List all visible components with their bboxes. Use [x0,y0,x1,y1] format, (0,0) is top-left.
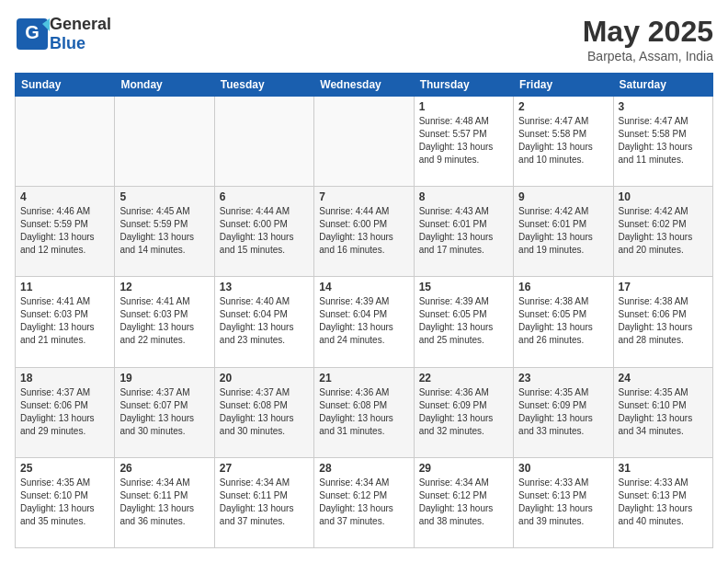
calendar-cell: 29Sunrise: 4:34 AM Sunset: 6:12 PM Dayli… [414,457,513,547]
day-info: Sunrise: 4:34 AM Sunset: 6:11 PM Dayligh… [220,477,309,528]
calendar-cell: 24Sunrise: 4:35 AM Sunset: 6:10 PM Dayli… [613,367,712,457]
page: G General Blue May 2025 Barpeta, Assam, … [0,0,728,563]
day-info: Sunrise: 4:36 AM Sunset: 6:08 PM Dayligh… [319,386,408,438]
day-info: Sunrise: 4:44 AM Sunset: 6:00 PM Dayligh… [319,205,408,257]
calendar-row-5: 25Sunrise: 4:35 AM Sunset: 6:10 PM Dayli… [16,457,713,547]
day-number: 25 [20,462,109,475]
day-number: 24 [619,372,708,385]
day-number: 11 [20,281,109,293]
day-number: 9 [518,190,608,203]
calendar-cell: 2Sunrise: 4:47 AM Sunset: 5:58 PM Daylig… [514,97,613,187]
calendar-cell: 6Sunrise: 4:44 AM Sunset: 6:00 PM Daylig… [214,187,313,277]
day-number: 2 [518,100,608,113]
calendar-cell: 23Sunrise: 4:35 AM Sunset: 6:09 PM Dayli… [514,367,613,457]
calendar-cell: 11Sunrise: 4:41 AM Sunset: 6:03 PM Dayli… [16,277,115,367]
day-number: 5 [119,190,209,203]
col-header-friday: Friday [514,74,613,97]
day-info: Sunrise: 4:39 AM Sunset: 6:04 PM Dayligh… [319,295,408,347]
calendar-cell: 21Sunrise: 4:36 AM Sunset: 6:08 PM Dayli… [314,367,414,457]
logo: G General Blue [15,15,111,53]
calendar-cell: 7Sunrise: 4:44 AM Sunset: 6:00 PM Daylig… [314,187,414,277]
calendar-cell [314,97,414,187]
day-info: Sunrise: 4:35 AM Sunset: 6:10 PM Dayligh… [20,477,109,528]
day-number: 1 [419,100,508,113]
day-info: Sunrise: 4:38 AM Sunset: 6:06 PM Dayligh… [619,295,708,347]
calendar-cell: 13Sunrise: 4:40 AM Sunset: 6:04 PM Dayli… [214,277,313,367]
logo-text: General Blue [50,15,111,53]
day-info: Sunrise: 4:47 AM Sunset: 5:58 PM Dayligh… [619,115,708,167]
day-info: Sunrise: 4:37 AM Sunset: 6:07 PM Dayligh… [119,386,209,438]
day-number: 7 [319,190,408,203]
calendar-cell: 14Sunrise: 4:39 AM Sunset: 6:04 PM Dayli… [314,277,414,367]
day-number: 14 [319,281,408,293]
day-info: Sunrise: 4:48 AM Sunset: 5:57 PM Dayligh… [419,115,508,167]
day-info: Sunrise: 4:42 AM Sunset: 6:02 PM Dayligh… [619,205,708,257]
calendar-row-3: 11Sunrise: 4:41 AM Sunset: 6:03 PM Dayli… [16,277,713,367]
day-info: Sunrise: 4:38 AM Sunset: 6:05 PM Dayligh… [518,295,608,347]
calendar-cell: 1Sunrise: 4:48 AM Sunset: 5:57 PM Daylig… [414,97,513,187]
location: Barpeta, Assam, India [583,49,713,63]
day-info: Sunrise: 4:47 AM Sunset: 5:58 PM Dayligh… [518,115,608,167]
calendar-cell: 20Sunrise: 4:37 AM Sunset: 6:08 PM Dayli… [214,367,313,457]
calendar-cell: 18Sunrise: 4:37 AM Sunset: 6:06 PM Dayli… [16,367,115,457]
calendar-cell [16,97,115,187]
day-info: Sunrise: 4:40 AM Sunset: 6:04 PM Dayligh… [220,295,309,347]
day-number: 31 [619,462,708,475]
calendar-cell: 9Sunrise: 4:42 AM Sunset: 6:01 PM Daylig… [514,187,613,277]
day-number: 28 [319,462,408,475]
calendar-row-2: 4Sunrise: 4:46 AM Sunset: 5:59 PM Daylig… [16,187,713,277]
day-info: Sunrise: 4:33 AM Sunset: 6:13 PM Dayligh… [518,477,608,528]
col-header-sunday: Sunday [16,74,115,97]
day-info: Sunrise: 4:39 AM Sunset: 6:05 PM Dayligh… [419,295,508,347]
day-number: 3 [619,100,708,113]
title-section: May 2025 Barpeta, Assam, India [583,15,713,63]
day-number: 26 [119,462,209,475]
calendar-cell: 5Sunrise: 4:45 AM Sunset: 5:59 PM Daylig… [115,187,214,277]
day-number: 13 [220,281,309,293]
logo-icon: G [15,17,50,52]
calendar-cell: 28Sunrise: 4:34 AM Sunset: 6:12 PM Dayli… [314,457,414,547]
logo-blue-text: Blue [50,34,111,53]
col-header-tuesday: Tuesday [214,74,313,97]
day-info: Sunrise: 4:33 AM Sunset: 6:13 PM Dayligh… [619,477,708,528]
col-header-wednesday: Wednesday [314,74,414,97]
day-info: Sunrise: 4:34 AM Sunset: 6:12 PM Dayligh… [419,477,508,528]
day-info: Sunrise: 4:35 AM Sunset: 6:09 PM Dayligh… [518,386,608,438]
day-info: Sunrise: 4:41 AM Sunset: 6:03 PM Dayligh… [119,295,209,347]
day-number: 27 [220,462,309,475]
calendar-cell: 31Sunrise: 4:33 AM Sunset: 6:13 PM Dayli… [613,457,712,547]
calendar-cell: 22Sunrise: 4:36 AM Sunset: 6:09 PM Dayli… [414,367,513,457]
day-info: Sunrise: 4:44 AM Sunset: 6:00 PM Dayligh… [220,205,309,257]
calendar-cell: 3Sunrise: 4:47 AM Sunset: 5:58 PM Daylig… [613,97,712,187]
calendar-cell: 17Sunrise: 4:38 AM Sunset: 6:06 PM Dayli… [613,277,712,367]
calendar-table: SundayMondayTuesdayWednesdayThursdayFrid… [15,73,713,548]
col-header-saturday: Saturday [613,74,712,97]
day-info: Sunrise: 4:34 AM Sunset: 6:12 PM Dayligh… [319,477,408,528]
day-info: Sunrise: 4:36 AM Sunset: 6:09 PM Dayligh… [419,386,508,438]
calendar-cell: 25Sunrise: 4:35 AM Sunset: 6:10 PM Dayli… [16,457,115,547]
day-info: Sunrise: 4:37 AM Sunset: 6:06 PM Dayligh… [20,386,109,438]
day-number: 8 [419,190,508,203]
calendar-cell: 26Sunrise: 4:34 AM Sunset: 6:11 PM Dayli… [115,457,214,547]
day-number: 30 [518,462,608,475]
calendar-cell [214,97,313,187]
day-number: 29 [419,462,508,475]
day-number: 16 [518,281,608,293]
day-info: Sunrise: 4:34 AM Sunset: 6:11 PM Dayligh… [119,477,209,528]
day-number: 23 [518,372,608,385]
day-number: 6 [220,190,309,203]
calendar-cell: 19Sunrise: 4:37 AM Sunset: 6:07 PM Dayli… [115,367,214,457]
day-info: Sunrise: 4:35 AM Sunset: 6:10 PM Dayligh… [619,386,708,438]
day-info: Sunrise: 4:37 AM Sunset: 6:08 PM Dayligh… [220,386,309,438]
calendar-cell: 4Sunrise: 4:46 AM Sunset: 5:59 PM Daylig… [16,187,115,277]
day-info: Sunrise: 4:46 AM Sunset: 5:59 PM Dayligh… [20,205,109,257]
calendar-cell: 16Sunrise: 4:38 AM Sunset: 6:05 PM Dayli… [514,277,613,367]
header: G General Blue May 2025 Barpeta, Assam, … [15,15,713,63]
day-number: 20 [220,372,309,385]
calendar-row-1: 1Sunrise: 4:48 AM Sunset: 5:57 PM Daylig… [16,97,713,187]
col-header-monday: Monday [115,74,214,97]
day-info: Sunrise: 4:42 AM Sunset: 6:01 PM Dayligh… [518,205,608,257]
day-number: 18 [20,372,109,385]
logo-general-text: General [50,15,111,34]
day-number: 22 [419,372,508,385]
